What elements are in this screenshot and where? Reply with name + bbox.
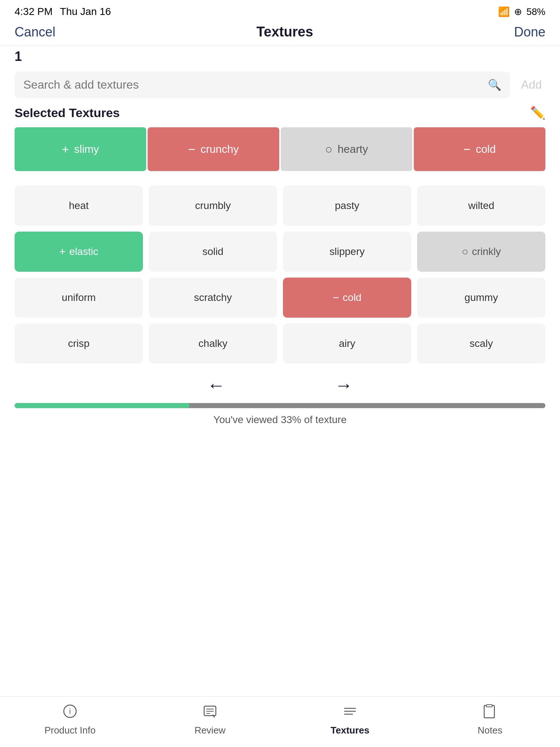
tab-review[interactable]: Review bbox=[140, 704, 280, 736]
circle-icon: ○ bbox=[325, 142, 333, 156]
tab-textures[interactable]: Textures bbox=[280, 704, 420, 736]
wifi-icon: 📶 bbox=[498, 6, 510, 18]
texture-cell-wilted[interactable]: wilted bbox=[417, 186, 545, 226]
card-label: slimy bbox=[74, 143, 99, 155]
texture-cell-airy[interactable]: airy bbox=[283, 324, 411, 364]
cell-label: uniform bbox=[62, 292, 96, 303]
card-label: hearty bbox=[338, 143, 368, 155]
progress-text: You've viewed 33% of texture bbox=[15, 414, 545, 426]
counter-row: 1 bbox=[0, 46, 560, 64]
tab-textures-label: Textures bbox=[331, 725, 369, 736]
cell-label: airy bbox=[339, 338, 355, 349]
status-icons: 📶 ⊕ 58% bbox=[498, 6, 545, 18]
texture-cell-scratchy[interactable]: scratchy bbox=[149, 278, 277, 318]
texture-grid: heat crumbly pasty wilted + elastic soli… bbox=[0, 186, 560, 364]
cell-label: scaly bbox=[470, 338, 493, 349]
cell-label: cold bbox=[343, 292, 361, 303]
selected-section: Selected Textures ✏️ + slimy − crunchy ○… bbox=[0, 105, 560, 186]
status-time: 4:32 PM bbox=[15, 6, 52, 18]
plus-icon: + bbox=[62, 142, 69, 156]
circle-icon: ○ bbox=[462, 245, 468, 258]
cell-label: slippery bbox=[330, 246, 365, 258]
selected-card-hearty[interactable]: ○ hearty bbox=[281, 127, 412, 171]
cancel-button[interactable]: Cancel bbox=[15, 24, 55, 40]
texture-cell-crinkly[interactable]: ○ crinkly bbox=[417, 232, 545, 272]
texture-cell-solid[interactable]: solid bbox=[149, 232, 277, 272]
plus-icon: + bbox=[59, 245, 66, 258]
edit-icon[interactable]: ✏️ bbox=[530, 105, 545, 120]
selected-card-slimy[interactable]: + slimy bbox=[15, 127, 146, 171]
selected-card-cold[interactable]: − cold bbox=[414, 127, 545, 171]
search-icon: 🔍 bbox=[488, 78, 501, 91]
tab-product-info-label: Product Info bbox=[44, 725, 96, 736]
svg-text:i: i bbox=[69, 707, 71, 715]
texture-cell-heat[interactable]: heat bbox=[15, 186, 143, 226]
location-icon: ⊕ bbox=[514, 6, 522, 18]
card-label: crunchy bbox=[201, 143, 239, 155]
texture-cell-gummy[interactable]: gummy bbox=[417, 278, 545, 318]
nav-arrows: ← → bbox=[0, 364, 560, 403]
search-container: 🔍 Add bbox=[0, 64, 560, 105]
prev-page-button[interactable]: ← bbox=[207, 375, 225, 396]
cell-label: scratchy bbox=[194, 292, 232, 303]
selected-cards-row: + slimy − crunchy ○ hearty − cold + bbox=[15, 127, 545, 171]
texture-cell-crisp[interactable]: crisp bbox=[15, 324, 143, 364]
progress-bar-fill bbox=[15, 403, 190, 408]
cell-label: chalky bbox=[198, 338, 227, 349]
cell-label: pasty bbox=[335, 200, 359, 212]
texture-cell-slippery[interactable]: slippery bbox=[283, 232, 411, 272]
tab-product-info[interactable]: i Product Info bbox=[0, 704, 140, 736]
minus-icon: − bbox=[188, 142, 195, 156]
card-label: cold bbox=[476, 143, 496, 155]
texture-cell-elastic[interactable]: + elastic bbox=[15, 232, 143, 272]
notes-icon bbox=[483, 704, 497, 722]
cell-label: crisp bbox=[68, 338, 89, 349]
progress-container: You've viewed 33% of texture bbox=[0, 403, 560, 426]
cell-label: gummy bbox=[464, 292, 498, 303]
status-date: Thu Jan 16 bbox=[60, 6, 111, 18]
item-counter: 1 bbox=[15, 49, 22, 64]
cell-label: elastic bbox=[69, 246, 98, 258]
texture-cell-chalky[interactable]: chalky bbox=[149, 324, 277, 364]
minus-icon: − bbox=[463, 142, 471, 156]
texture-cell-pasty[interactable]: pasty bbox=[283, 186, 411, 226]
cell-label: solid bbox=[202, 246, 223, 258]
tab-review-label: Review bbox=[194, 725, 225, 736]
add-button[interactable]: Add bbox=[517, 74, 545, 95]
next-page-button[interactable]: → bbox=[335, 375, 353, 396]
svg-rect-10 bbox=[486, 705, 492, 707]
selected-header: Selected Textures ✏️ bbox=[15, 105, 545, 120]
texture-cell-scaly[interactable]: scaly bbox=[417, 324, 545, 364]
texture-cell-cold[interactable]: − cold bbox=[283, 278, 411, 318]
status-bar: 4:32 PM Thu Jan 16 📶 ⊕ 58% bbox=[0, 0, 560, 20]
done-button[interactable]: Done bbox=[514, 24, 545, 40]
selected-card-crunchy[interactable]: − crunchy bbox=[148, 127, 279, 171]
battery-icon: 58% bbox=[526, 6, 545, 18]
tab-bar: i Product Info Review Textures bbox=[0, 696, 560, 747]
texture-cell-crumbly[interactable]: crumbly bbox=[149, 186, 277, 226]
nav-bar: Cancel Textures Done bbox=[0, 20, 560, 46]
selected-title: Selected Textures bbox=[15, 106, 120, 120]
tab-notes-label: Notes bbox=[478, 725, 502, 736]
progress-bar-background bbox=[15, 403, 545, 408]
texture-cell-uniform[interactable]: uniform bbox=[15, 278, 143, 318]
review-icon bbox=[203, 704, 217, 722]
search-box: 🔍 bbox=[15, 71, 510, 98]
minus-icon: − bbox=[333, 291, 339, 304]
cell-label: wilted bbox=[468, 200, 494, 212]
cell-label: crumbly bbox=[195, 200, 231, 212]
search-input[interactable] bbox=[23, 78, 482, 92]
tab-notes[interactable]: Notes bbox=[420, 704, 560, 736]
page-title: Textures bbox=[256, 24, 313, 40]
svg-rect-9 bbox=[484, 705, 494, 718]
cell-label: heat bbox=[69, 200, 89, 212]
cell-label: crinkly bbox=[472, 246, 501, 258]
info-icon: i bbox=[63, 704, 77, 722]
textures-icon bbox=[343, 704, 357, 722]
